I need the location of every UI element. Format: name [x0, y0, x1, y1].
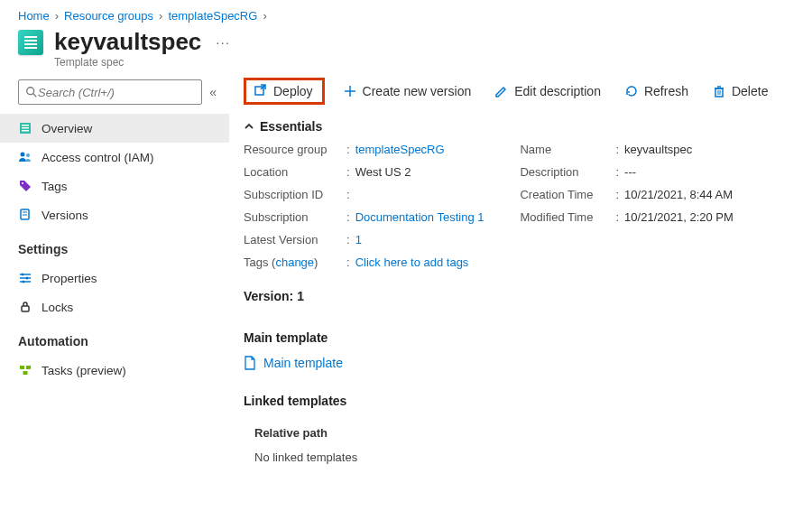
ess-label-tags: Tags (change) — [244, 255, 341, 269]
ess-value-latest-version[interactable]: 1 — [355, 233, 362, 246]
svg-rect-25 — [715, 88, 723, 97]
svg-rect-21 — [23, 371, 28, 375]
sidebar-item-label: Tasks (preview) — [42, 364, 126, 377]
collapse-sidebar-button[interactable]: « — [209, 85, 217, 99]
breadcrumb-item[interactable]: Resource groups — [64, 9, 153, 23]
svg-rect-3 — [22, 125, 29, 126]
essentials-label: Essentials — [260, 119, 322, 134]
main-template-link[interactable]: Main template — [244, 352, 343, 374]
svg-point-16 — [26, 277, 29, 280]
tasks-icon — [18, 363, 32, 377]
toolbar-label: Deploy — [273, 84, 313, 98]
sidebar-item-properties[interactable]: Properties — [0, 264, 229, 292]
deploy-button[interactable]: Deploy — [244, 78, 325, 105]
ess-value-modified-time: 10/21/2021, 2:20 PM — [624, 210, 734, 224]
toolbar-label: Create new version — [363, 84, 472, 98]
sidebar-item-tasks[interactable]: Tasks (preview) — [0, 356, 229, 385]
tag-icon — [18, 179, 32, 193]
ess-value-name: keyvaultspec — [624, 143, 692, 156]
sidebar-item-label: Versions — [42, 209, 88, 222]
ess-value-resource-group[interactable]: templateSpecRG — [355, 143, 445, 156]
sidebar-item-label: Tags — [42, 180, 68, 193]
ess-label-subscription: Subscription — [244, 210, 341, 224]
page-title: keyvaultspec — [54, 28, 201, 56]
trash-icon — [712, 84, 726, 98]
people-icon — [18, 150, 32, 164]
ess-label-modified-time: Modified Time — [520, 210, 610, 224]
chevron-right-icon: › — [263, 9, 266, 23]
breadcrumb-item[interactable]: Home — [18, 9, 50, 23]
edit-description-button[interactable]: Edit description — [489, 80, 606, 102]
toolbar-label: Delete — [732, 84, 768, 98]
linked-templates-empty: No linked templates — [244, 450, 805, 464]
search-input[interactable] — [18, 79, 202, 105]
svg-rect-19 — [20, 366, 24, 369]
breadcrumb-item[interactable]: templateSpecRG — [168, 9, 257, 23]
toolbar: Deploy Create new version Edit descripti… — [244, 78, 805, 116]
svg-point-6 — [21, 153, 25, 157]
essentials-toggle[interactable]: Essentials — [244, 116, 805, 143]
refresh-button[interactable]: Refresh — [619, 80, 694, 102]
ess-label-latest-version: Latest Version — [244, 233, 341, 246]
svg-point-8 — [22, 182, 23, 184]
chevron-right-icon: › — [55, 9, 59, 23]
add-tags-link[interactable]: Click here to add tags — [355, 255, 469, 269]
svg-point-0 — [27, 88, 34, 95]
linked-templates-heading: Linked templates — [244, 374, 805, 415]
page-subtitle: Template spec — [0, 56, 812, 78]
file-icon — [244, 356, 256, 370]
sidebar-item-label: Overview — [42, 122, 92, 135]
template-spec-icon — [18, 30, 43, 55]
ess-value-location: West US 2 — [355, 165, 411, 179]
main-template-link-label: Main template — [263, 356, 343, 370]
properties-icon — [18, 271, 32, 285]
sidebar-item-versions[interactable]: Versions — [0, 200, 229, 229]
svg-rect-20 — [26, 366, 31, 369]
sidebar-section-automation: Automation — [0, 321, 229, 356]
change-tags-link[interactable]: change — [275, 255, 314, 269]
sidebar-item-label: Properties — [42, 272, 97, 285]
search-icon — [25, 86, 38, 98]
ess-value-creation-time: 10/21/2021, 8:44 AM — [624, 188, 733, 201]
svg-rect-4 — [22, 127, 29, 129]
sidebar-item-access-control[interactable]: Access control (IAM) — [0, 143, 229, 172]
svg-rect-18 — [22, 306, 29, 311]
deploy-icon — [254, 84, 268, 98]
ess-value-description: --- — [624, 165, 636, 179]
ess-value-subscription[interactable]: Documentation Testing 1 — [355, 210, 484, 224]
breadcrumb: Home › Resource groups › templateSpecRG … — [0, 0, 812, 28]
sidebar-item-overview[interactable]: Overview — [0, 114, 229, 143]
toolbar-label: Refresh — [644, 84, 688, 98]
ess-label-location: Location — [244, 165, 341, 179]
toolbar-label: Edit description — [514, 84, 601, 98]
svg-rect-5 — [22, 130, 29, 132]
versions-icon — [18, 208, 32, 222]
plus-icon — [343, 84, 357, 98]
main-template-heading: Main template — [244, 311, 805, 352]
main-content: Deploy Create new version Edit descripti… — [235, 78, 812, 464]
sidebar-item-locks[interactable]: Locks — [0, 292, 229, 321]
lock-icon — [18, 300, 32, 314]
linked-templates-column-header: Relative path — [244, 415, 805, 450]
ess-label-creation-time: Creation Time — [520, 188, 610, 201]
ess-label-subscription-id: Subscription ID — [244, 188, 341, 201]
pencil-icon — [494, 84, 509, 98]
search-field[interactable] — [38, 86, 195, 99]
version-heading: Version: 1 — [244, 269, 805, 311]
refresh-icon — [624, 84, 639, 98]
sidebar-section-settings: Settings — [0, 229, 229, 264]
svg-line-1 — [33, 94, 37, 98]
sidebar-item-tags[interactable]: Tags — [0, 172, 229, 200]
svg-point-17 — [23, 281, 25, 283]
overview-icon — [18, 121, 32, 135]
sidebar: « Overview Access control (IAM) Tags Ver… — [0, 78, 235, 464]
chevron-up-icon — [244, 121, 254, 132]
ess-label-name: Name — [520, 143, 610, 156]
more-actions-button[interactable]: ··· — [216, 34, 230, 50]
sidebar-item-label: Locks — [42, 301, 73, 314]
sidebar-item-label: Access control (IAM) — [42, 151, 154, 164]
chevron-right-icon: › — [159, 9, 162, 23]
delete-button[interactable]: Delete — [706, 80, 773, 102]
ess-label-description: Description — [520, 165, 610, 179]
create-new-version-button[interactable]: Create new version — [337, 80, 477, 102]
